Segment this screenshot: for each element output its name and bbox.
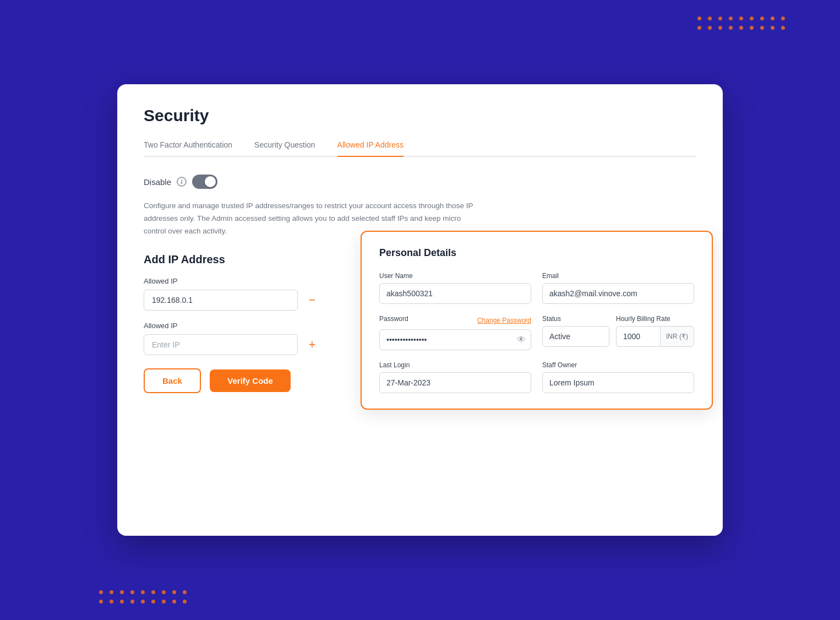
decorative-dots-bottom xyxy=(99,590,187,603)
personal-details-title: Personal Details xyxy=(379,247,694,259)
tabs-container: Two Factor Authentication Security Quest… xyxy=(144,140,696,157)
add-ip-button[interactable]: + xyxy=(304,337,320,352)
disable-row: Disable ℹ xyxy=(144,175,696,189)
billing-value-input[interactable] xyxy=(616,326,660,347)
remove-ip-button[interactable]: − xyxy=(304,292,320,308)
password-label: Password xyxy=(379,315,408,323)
change-password-link[interactable]: Change Password xyxy=(477,317,531,324)
username-label: User Name xyxy=(379,272,531,280)
status-field: Status xyxy=(542,315,609,350)
allowed-ip-input-1[interactable] xyxy=(144,290,298,311)
email-field: Email xyxy=(542,272,694,304)
disable-toggle[interactable] xyxy=(192,175,217,189)
personal-details-card: Personal Details User Name Email Passwor… xyxy=(361,231,713,410)
username-input[interactable] xyxy=(379,283,531,304)
username-field: User Name xyxy=(379,272,531,304)
page-title: Security xyxy=(144,106,696,125)
toggle-knob xyxy=(205,176,216,187)
status-label: Status xyxy=(542,315,609,323)
email-input[interactable] xyxy=(542,283,694,304)
last-login-field: Last Login xyxy=(379,361,531,393)
back-button[interactable]: Back xyxy=(144,368,201,393)
tab-two-factor[interactable]: Two Factor Authentication xyxy=(144,140,232,157)
status-billing-group: Status Hourly Billing Rate INR (₹) xyxy=(542,315,694,350)
decorative-dots-top xyxy=(697,17,785,30)
staff-owner-label: Staff Owner xyxy=(542,361,694,369)
status-input[interactable] xyxy=(542,326,609,347)
tab-security-question[interactable]: Security Question xyxy=(254,140,315,157)
last-login-label: Last Login xyxy=(379,361,531,369)
password-field: Password Change Password 👁 xyxy=(379,315,531,350)
email-label: Email xyxy=(542,272,694,280)
hourly-billing-label: Hourly Billing Rate xyxy=(616,315,694,323)
disable-label: Disable xyxy=(144,177,171,187)
password-input[interactable] xyxy=(379,329,531,350)
password-eye-icon[interactable]: 👁 xyxy=(517,335,526,345)
staff-owner-input[interactable] xyxy=(542,372,694,393)
verify-button[interactable]: Verify Code xyxy=(210,369,291,392)
main-card: Security Two Factor Authentication Secur… xyxy=(117,84,723,536)
billing-currency-label: INR (₹) xyxy=(660,326,694,347)
details-grid: User Name Email Password Change Password xyxy=(379,272,694,393)
tab-allowed-ip[interactable]: Allowed IP Address xyxy=(337,140,403,157)
hourly-billing-field: Hourly Billing Rate INR (₹) xyxy=(616,315,694,350)
info-icon[interactable]: ℹ xyxy=(177,177,187,187)
staff-owner-field: Staff Owner xyxy=(542,361,694,393)
allowed-ip-input-2[interactable] xyxy=(144,334,298,355)
last-login-input[interactable] xyxy=(379,372,531,393)
